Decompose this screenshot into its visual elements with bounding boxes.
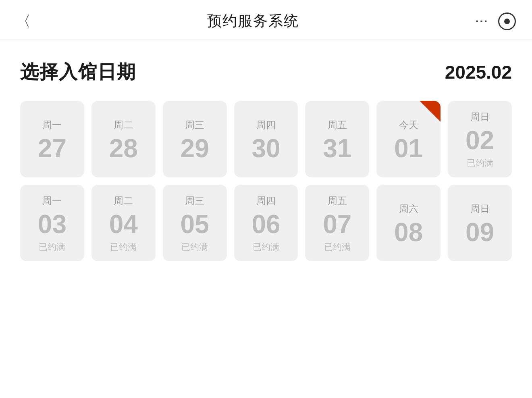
day-weekday: 周一 bbox=[42, 119, 62, 131]
day-status: 已约满 bbox=[467, 157, 493, 169]
header-actions: ··· bbox=[476, 13, 516, 30]
week2-grid: 周一03已约满周二04已约满周三05已约满周四06已约满周五07已约满周六08周… bbox=[20, 185, 512, 261]
day-date-number: 01 bbox=[394, 135, 423, 161]
day-card-02[interactable]: 周日02已约满 bbox=[448, 101, 512, 177]
day-weekday: 周四 bbox=[256, 119, 276, 131]
day-weekday: 周四 bbox=[256, 194, 276, 207]
day-status: 已约满 bbox=[181, 241, 208, 253]
day-card-01[interactable]: 今天01 bbox=[376, 101, 441, 177]
day-date-number: 07 bbox=[323, 211, 351, 237]
day-weekday: 周二 bbox=[114, 194, 133, 207]
day-card-27[interactable]: 周一27 bbox=[20, 101, 84, 177]
day-card-29[interactable]: 周三29 bbox=[163, 101, 227, 177]
day-date-number: 04 bbox=[109, 211, 138, 237]
day-card-03[interactable]: 周一03已约满 bbox=[20, 185, 84, 261]
year-month-label: 2025.02 bbox=[445, 61, 512, 83]
day-card-06[interactable]: 周四06已约满 bbox=[234, 185, 298, 261]
day-date-number: 31 bbox=[323, 135, 351, 161]
day-date-number: 08 bbox=[394, 219, 423, 245]
day-weekday: 周日 bbox=[470, 110, 490, 123]
day-date-number: 28 bbox=[109, 135, 138, 161]
today-corner-icon bbox=[420, 101, 441, 122]
day-card-04[interactable]: 周二04已约满 bbox=[91, 185, 156, 261]
day-card-31[interactable]: 周五31 bbox=[305, 101, 369, 177]
more-button[interactable]: ··· bbox=[476, 15, 488, 28]
day-card-30[interactable]: 周四30 bbox=[234, 101, 298, 177]
day-weekday: 周一 bbox=[42, 194, 62, 207]
main-content: 选择入馆日期 2025.02 周一27周二28周三29周四30周五31今天01周… bbox=[0, 40, 532, 285]
day-weekday: 周日 bbox=[470, 202, 490, 215]
day-card-28[interactable]: 周二28 bbox=[91, 101, 156, 177]
day-date-number: 27 bbox=[38, 135, 66, 161]
day-date-number: 30 bbox=[251, 135, 280, 161]
day-status: 已约满 bbox=[39, 241, 65, 253]
day-weekday: 今天 bbox=[399, 119, 418, 131]
day-card-09[interactable]: 周日09 bbox=[448, 185, 512, 261]
page-title: 预约服务系统 bbox=[207, 11, 299, 31]
day-date-number: 09 bbox=[466, 219, 494, 245]
day-card-07[interactable]: 周五07已约满 bbox=[305, 185, 369, 261]
app-header: 〈 预约服务系统 ··· bbox=[0, 0, 532, 40]
day-date-number: 02 bbox=[466, 127, 494, 153]
section-header: 选择入馆日期 2025.02 bbox=[20, 60, 512, 85]
day-card-08[interactable]: 周六08 bbox=[376, 185, 441, 261]
day-date-number: 05 bbox=[181, 211, 209, 237]
record-icon bbox=[504, 19, 510, 24]
day-date-number: 03 bbox=[38, 211, 66, 237]
day-status: 已约满 bbox=[324, 241, 351, 253]
record-button[interactable] bbox=[498, 13, 516, 30]
day-date-number: 06 bbox=[251, 211, 280, 237]
day-status: 已约满 bbox=[110, 241, 137, 253]
day-weekday: 周三 bbox=[185, 119, 204, 131]
day-card-05[interactable]: 周三05已约满 bbox=[163, 185, 227, 261]
back-button[interactable]: 〈 bbox=[16, 14, 31, 29]
day-date-number: 29 bbox=[181, 135, 209, 161]
day-weekday: 周三 bbox=[185, 194, 204, 207]
day-weekday: 周五 bbox=[328, 194, 347, 207]
day-status: 已约满 bbox=[253, 241, 279, 253]
day-weekday: 周六 bbox=[399, 202, 418, 215]
week1-grid: 周一27周二28周三29周四30周五31今天01周日02已约满 bbox=[20, 101, 512, 177]
section-title: 选择入馆日期 bbox=[20, 60, 136, 85]
day-weekday: 周五 bbox=[328, 119, 347, 131]
day-weekday: 周二 bbox=[114, 119, 133, 131]
